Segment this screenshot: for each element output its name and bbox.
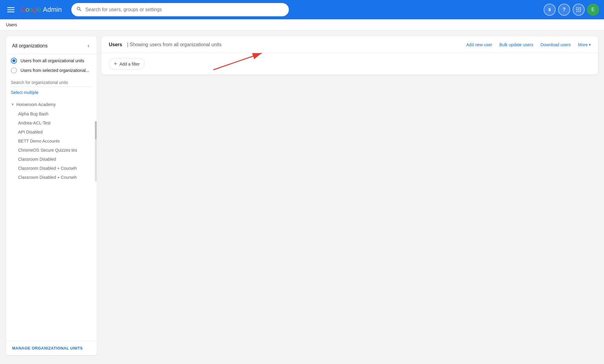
- svg-point-10: [578, 11, 579, 12]
- sidebar-scrollbar[interactable]: [95, 121, 97, 182]
- sidebar-search-container[interactable]: [11, 78, 92, 87]
- list-item[interactable]: Classroom Disabled: [16, 155, 97, 164]
- hamburger-menu[interactable]: [5, 4, 17, 16]
- sidebar-radio-group: Users from all organizational units User…: [6, 54, 97, 76]
- svg-point-9: [577, 11, 577, 12]
- tree-parent-homeroom[interactable]: ▼ Homeroom Academy: [6, 100, 97, 109]
- top-nav: Google Admin 8 ? E: [0, 0, 604, 19]
- apps-icon-btn[interactable]: [573, 4, 585, 16]
- svg-point-4: [578, 8, 579, 8]
- nav-right-actions: 8 ? E: [544, 4, 599, 16]
- select-multiple-link[interactable]: Select multiple: [6, 88, 97, 98]
- org-tree: ▼ Homeroom Academy Alpha Bug Bash Andrea…: [6, 98, 97, 341]
- main-panel: Users | Showing users from all organizat…: [102, 37, 598, 75]
- svg-point-8: [580, 9, 581, 10]
- global-search-bar[interactable]: [71, 3, 289, 16]
- sidebar: All organizations ‹ Users from all organ…: [6, 37, 97, 355]
- breadcrumb-label: Users: [6, 22, 17, 27]
- google-wordmark: Google: [21, 6, 41, 14]
- panel-actions: Add new user Bulk update users Download …: [466, 42, 591, 47]
- sidebar-header: All organizations ‹: [6, 37, 97, 54]
- google-admin-logo[interactable]: Google Admin: [21, 6, 62, 14]
- more-dropdown-link[interactable]: More ▾: [578, 42, 591, 47]
- user-avatar[interactable]: E: [587, 4, 599, 16]
- main-panel-wrapper: Users | Showing users from all organizat…: [102, 37, 598, 355]
- list-item[interactable]: Alpha Bug Bash: [16, 109, 97, 118]
- tree-children-list: Alpha Bug Bash Andrea-ACL-Test API Disab…: [6, 109, 97, 182]
- sidebar-collapse-button[interactable]: ‹: [86, 41, 91, 50]
- admin-wordmark: Admin: [43, 6, 62, 14]
- sidebar-title: All organizations: [12, 43, 47, 49]
- chevron-down-icon: ▾: [589, 43, 591, 47]
- plus-icon: +: [114, 61, 117, 67]
- radio-circle-all: [11, 58, 17, 64]
- help-icon: ?: [563, 7, 566, 12]
- radio-selected-orgs[interactable]: Users from selected organizational...: [11, 67, 92, 73]
- sidebar-search-input[interactable]: [11, 78, 92, 87]
- svg-point-5: [580, 8, 581, 8]
- scrollbar-thumb: [95, 121, 97, 139]
- search-input[interactable]: [85, 7, 284, 12]
- bulk-update-users-link[interactable]: Bulk update users: [499, 42, 533, 47]
- filter-area: + Add a filter: [102, 53, 598, 75]
- panel-title: Users: [109, 42, 122, 47]
- manage-org-units-link[interactable]: MANAGE ORGANIZATIONAL UNITS: [6, 341, 97, 355]
- download-users-link[interactable]: Download users: [541, 42, 571, 47]
- help-icon-btn[interactable]: ?: [558, 4, 570, 16]
- add-filter-label: Add a filter: [120, 62, 140, 66]
- radio-all-orgs[interactable]: Users from all organizational units: [11, 58, 92, 64]
- svg-rect-1: [7, 9, 15, 10]
- svg-rect-0: [7, 7, 15, 8]
- radio-label-all: Users from all organizational units: [21, 58, 84, 63]
- list-item[interactable]: ChromeOS Secure Quizzes tes: [16, 146, 97, 155]
- add-filter-button[interactable]: + Add a filter: [109, 58, 145, 70]
- svg-point-7: [578, 9, 579, 10]
- main-content: All organizations ‹ Users from all organ…: [0, 31, 604, 361]
- avatar-letter: E: [591, 7, 595, 13]
- svg-rect-2: [7, 11, 15, 12]
- svg-point-6: [577, 9, 577, 10]
- breadcrumb: Users: [0, 19, 604, 31]
- list-item[interactable]: Andrea-ACL-Test: [16, 118, 97, 127]
- radio-circle-selected: [11, 67, 17, 73]
- notification-icon-btn[interactable]: 8: [544, 4, 556, 16]
- svg-point-3: [577, 8, 577, 8]
- users-panel-header: Users | Showing users from all organizat…: [102, 37, 598, 53]
- notification-count: 8: [548, 7, 551, 12]
- list-item[interactable]: BETT Demo Accounts: [16, 137, 97, 146]
- tree-expand-icon: ▼: [11, 102, 15, 107]
- list-item[interactable]: Classroom Disabled + Courseh: [16, 164, 97, 173]
- add-new-user-link[interactable]: Add new user: [466, 42, 492, 47]
- list-item[interactable]: Classroom Disabled + Courseh: [16, 173, 97, 182]
- panel-subtitle: | Showing users from all organizational …: [127, 42, 221, 47]
- list-item[interactable]: API Disabled: [16, 127, 97, 137]
- svg-point-11: [580, 11, 581, 12]
- tree-parent-label: Homeroom Academy: [16, 102, 56, 107]
- radio-label-selected: Users from selected organizational...: [21, 68, 89, 73]
- search-icon: [76, 6, 82, 14]
